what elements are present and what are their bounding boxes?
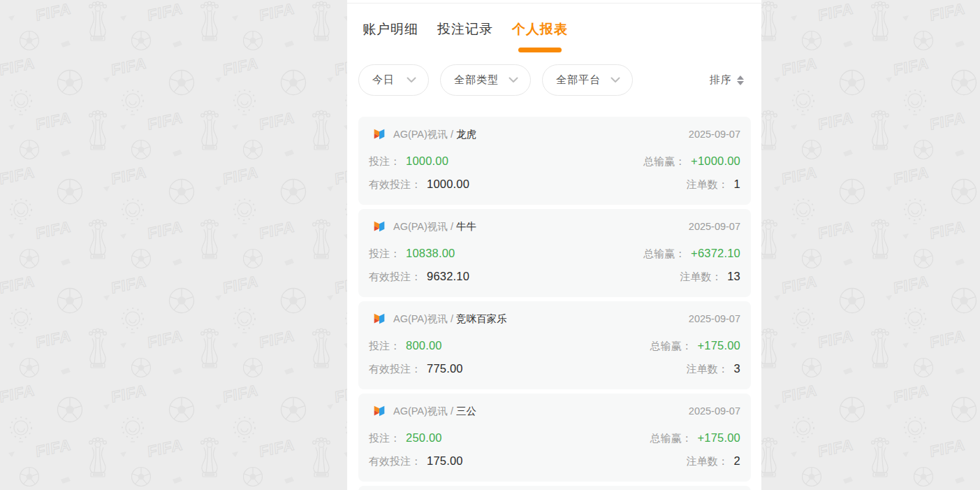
report-panel: 账户明细 投注记录 个人报表 今日 全部类型 全部平台 — [347, 0, 761, 490]
record-date: 2025-09-07 — [689, 313, 740, 324]
order-count-value: 3 — [734, 362, 740, 375]
valid-bet-value: 1000.00 — [427, 178, 469, 191]
bet-value: 800.00 — [406, 339, 442, 352]
bet-label: 投注： — [369, 155, 400, 168]
valid-bet-label: 有效投注： — [369, 363, 421, 376]
chevron-down-icon — [407, 77, 416, 83]
separator: / — [451, 221, 453, 232]
filter-bar: 今日 全部类型 全部平台 排序 — [347, 64, 761, 96]
record-card: AG(PA)视讯 / 龙虎 2025-09-07 投注： 1000.00 总输赢… — [358, 117, 751, 205]
ag-provider-icon — [372, 403, 387, 419]
total-win-value: +6372.10 — [691, 247, 740, 260]
order-count-value: 13 — [727, 270, 740, 283]
active-tab-underline — [518, 48, 562, 52]
provider-name: AG(PA)视讯 — [393, 220, 448, 233]
valid-bet-value: 9632.10 — [427, 270, 469, 283]
provider-name: AG(PA)视讯 — [393, 405, 448, 418]
game-name: 龙虎 — [456, 128, 476, 141]
date-filter-dropdown[interactable]: 今日 — [358, 64, 429, 96]
tab-account-detail[interactable]: 账户明细 — [363, 20, 418, 48]
bet-value: 1000.00 — [406, 154, 448, 168]
record-list: AG(PA)视讯 / 龙虎 2025-09-07 投注： 1000.00 总输赢… — [347, 117, 761, 490]
valid-bet-label: 有效投注： — [369, 455, 421, 468]
record-card: AG(PA)视讯 / 竞咪百家乐 2025-09-07 投注： 800.00 总… — [358, 301, 751, 389]
type-filter-value: 全部类型 — [454, 73, 499, 87]
platform-filter-dropdown[interactable]: 全部平台 — [542, 64, 633, 96]
date-filter-value: 今日 — [372, 73, 395, 87]
bet-label: 投注： — [369, 340, 400, 353]
record-date: 2025-09-07 — [689, 221, 740, 232]
valid-bet-value: 775.00 — [427, 362, 463, 375]
record-card: AG(PA)视讯 / 牛牛 2025-09-07 投注： 10838.00 总输… — [358, 209, 751, 297]
tab-label: 账户明细 — [363, 22, 418, 36]
game-name: 三公 — [456, 405, 476, 418]
record-card-partial — [358, 486, 751, 490]
chevron-down-icon — [509, 77, 518, 83]
ag-provider-icon — [372, 127, 387, 142]
tab-bet-records[interactable]: 投注记录 — [437, 20, 493, 48]
record-date: 2025-09-07 — [689, 129, 740, 140]
order-count-value: 2 — [734, 454, 740, 468]
bet-value: 250.00 — [406, 431, 442, 445]
ag-provider-icon — [372, 311, 387, 326]
game-name: 牛牛 — [456, 220, 476, 233]
tab-label: 个人报表 — [512, 22, 568, 36]
provider-name: AG(PA)视讯 — [393, 128, 448, 141]
total-win-label: 总输赢： — [643, 155, 685, 168]
tab-personal-report[interactable]: 个人报表 — [512, 20, 568, 48]
bet-value: 10838.00 — [406, 247, 455, 260]
bet-label: 投注： — [369, 432, 400, 445]
panel-top-divider — [347, 3, 761, 3]
chevron-down-icon — [610, 77, 620, 83]
total-win-label: 总输赢： — [650, 340, 692, 353]
order-count-label: 注单数： — [687, 455, 729, 468]
ag-provider-icon — [372, 219, 387, 234]
sort-control[interactable]: 排序 — [710, 73, 744, 87]
record-date: 2025-09-07 — [689, 405, 740, 417]
separator: / — [451, 129, 453, 140]
order-count-label: 注单数： — [680, 271, 722, 284]
game-name: 竞咪百家乐 — [456, 312, 507, 326]
valid-bet-value: 175.00 — [427, 454, 463, 468]
platform-filter-value: 全部平台 — [556, 73, 601, 87]
total-win-value: +175.00 — [697, 431, 740, 445]
provider-name: AG(PA)视讯 — [393, 312, 448, 326]
record-card: AG(PA)视讯 / 三公 2025-09-07 投注： 250.00 总输赢：… — [358, 394, 751, 482]
separator: / — [451, 405, 453, 417]
total-win-value: +175.00 — [697, 339, 740, 352]
total-win-label: 总输赢： — [643, 247, 685, 261]
order-count-label: 注单数： — [687, 178, 729, 192]
separator: / — [451, 313, 453, 324]
account-tabbar: 账户明细 投注记录 个人报表 — [347, 0, 761, 48]
order-count-label: 注单数： — [687, 363, 729, 376]
order-count-value: 1 — [734, 178, 740, 191]
sort-arrows-icon — [737, 75, 744, 85]
valid-bet-label: 有效投注： — [369, 178, 421, 192]
tab-label: 投注记录 — [437, 22, 493, 36]
valid-bet-label: 有效投注： — [369, 271, 421, 284]
bet-label: 投注： — [369, 247, 400, 261]
total-win-label: 总输赢： — [650, 432, 692, 445]
sort-label: 排序 — [710, 73, 732, 87]
type-filter-dropdown[interactable]: 全部类型 — [440, 64, 531, 96]
total-win-value: +1000.00 — [691, 154, 740, 168]
